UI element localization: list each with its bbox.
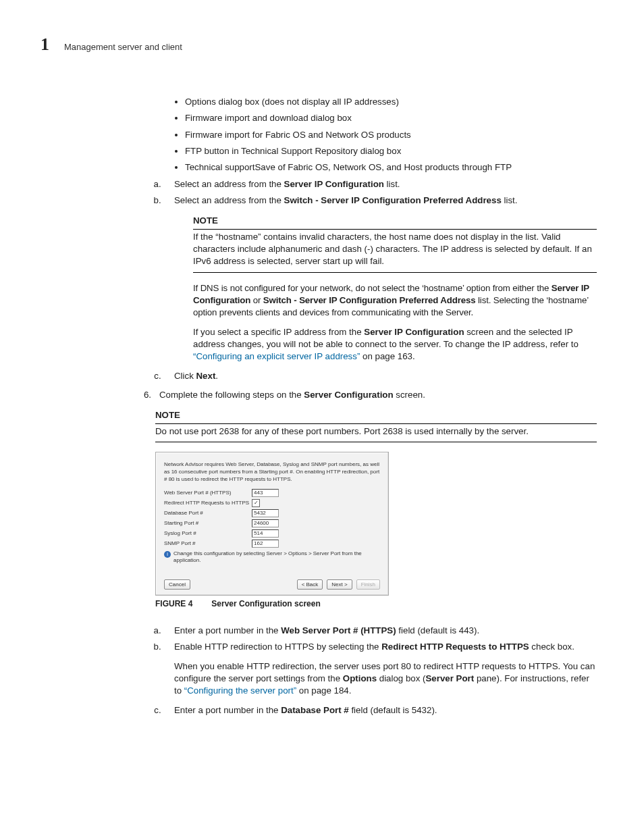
step-c-post: . <box>215 371 218 381</box>
note-rule <box>193 272 597 273</box>
mock-row-redirect: Redirect HTTP Requests to HTTPS ✓ <box>164 499 380 507</box>
step6-bold: Server Configuration <box>304 390 393 400</box>
bullet-item: FTP button in Technical Support Reposito… <box>185 145 597 157</box>
figure-title: Server Configuration screen <box>211 599 320 608</box>
dns-pre: If DNS is not configured for your networ… <box>193 283 552 293</box>
mock-row-snmp: SNMP Port # 162 <box>164 540 380 548</box>
step6-pre: Complete the following steps on the <box>159 390 304 400</box>
mock-input-db[interactable]: 5432 <box>252 509 279 517</box>
mock-input-start[interactable]: 24600 <box>252 519 279 527</box>
step-b-sub: NOTE If the “hostname” contains invalid … <box>193 215 597 363</box>
mock-intro: Network Advisor requires Web Server, Dat… <box>164 461 380 484</box>
mock-label-start: Starting Port # <box>164 519 252 527</box>
letter-steps-lower: Enter a port number in the Web Server Po… <box>155 625 597 716</box>
note-block-2: NOTE Do not use port 2638 for any of the… <box>155 409 597 442</box>
page-header: 1 Management server and client <box>41 32 603 57</box>
chapter-number: 1 <box>41 32 49 57</box>
lower-step-c: Enter a port number in the Database Port… <box>166 704 597 716</box>
step6-post: screen. <box>394 390 425 400</box>
mock-footer: Cancel < Back Next > Finish <box>164 579 380 590</box>
cancel-button[interactable]: Cancel <box>164 579 190 590</box>
info-icon: i <box>164 551 171 558</box>
step-6-row: 6. Complete the following steps on the S… <box>139 389 597 401</box>
lower-b-para: When you enable HTTP redirection, the se… <box>174 660 597 698</box>
mock-row-db: Database Port # 5432 <box>164 509 380 517</box>
specific-ip-para: If you select a specific IP address from… <box>193 326 597 363</box>
mock-checkbox-redirect[interactable]: ✓ <box>252 499 260 507</box>
bullet-list: Options dialog box (does not display all… <box>155 96 597 174</box>
la-bold: Web Server Port # (HTTPS) <box>281 625 396 635</box>
step-b-pre: Select an address from the <box>174 195 284 205</box>
dns-para: If DNS is not configured for your networ… <box>193 282 597 319</box>
mock-row-syslog: Syslog Port # 514 <box>164 529 380 538</box>
step-a-bold: Server IP Configuration <box>284 179 384 189</box>
lbp-link[interactable]: “Configuring the server port” <box>184 685 296 696</box>
lc-post: field (default is 5432). <box>349 705 437 715</box>
mock-input-syslog[interactable]: 514 <box>252 529 279 538</box>
lb-pre: Enable HTTP redirection to HTTPS by sele… <box>174 642 381 652</box>
mock-row-start: Starting Port # 24600 <box>164 519 380 527</box>
la-pre: Enter a port number in the <box>174 625 281 635</box>
mock-label-db: Database Port # <box>164 509 252 517</box>
lbp-p4: on page 184. <box>296 685 351 696</box>
sip-link[interactable]: “Configuring an explicit server IP addre… <box>193 351 360 361</box>
server-config-screenshot: Network Advisor requires Web Server, Dat… <box>155 452 389 596</box>
mock-foot-right: < Back Next > Finish <box>297 579 380 590</box>
bullet-item: Firmware import for Fabric OS and Networ… <box>185 129 597 141</box>
step-a-pre: Select an address from the <box>174 179 284 189</box>
step-b-post: list. <box>502 195 518 205</box>
la-post: field (default is 443). <box>396 625 479 635</box>
bullet-item: Firmware import and download dialog box <box>185 112 597 124</box>
note-block-1: NOTE If the “hostname” contains invalid … <box>193 215 597 272</box>
letter-steps-upper: Select an address from the Server IP Con… <box>155 178 597 382</box>
lbp-bold2: Server Port <box>426 673 475 683</box>
dns-bold2: Switch - Server IP Configuration Preferr… <box>263 295 476 305</box>
sip-post: on page 163. <box>360 351 414 361</box>
finish-button[interactable]: Finish <box>356 579 380 590</box>
figure-caption: FIGURE 4Server Configuration screen <box>155 598 597 610</box>
mock-info-text: Change this configuration by selecting S… <box>173 550 380 565</box>
chapter-title: Management server and client <box>64 41 182 53</box>
mock-label-redirect: Redirect HTTP Requests to HTTPS <box>164 499 252 506</box>
mock-input-snmp[interactable]: 162 <box>252 540 279 548</box>
lb-post: check box. <box>529 642 574 652</box>
step-c: Click Next. <box>166 370 597 382</box>
lower-step-b: Enable HTTP redirection to HTTPS by sele… <box>166 641 597 697</box>
next-button[interactable]: Next > <box>327 579 352 590</box>
step-c-pre: Click <box>174 371 196 381</box>
lower-step-a: Enter a port number in the Web Server Po… <box>166 625 597 637</box>
dns-mid: or <box>250 295 263 305</box>
mock-row-webport: Web Server Port # (HTTPS) 443 <box>164 489 380 497</box>
bullet-item: Options dialog box (does not display all… <box>185 96 597 108</box>
lb-bold: Redirect HTTP Requests to HTTPS <box>381 642 529 652</box>
note-rule <box>155 442 597 442</box>
note-head: NOTE <box>155 409 597 423</box>
lc-pre: Enter a port number in the <box>174 705 281 715</box>
sip-bold: Server IP Configuration <box>364 327 464 337</box>
lbp-p2: dialog box ( <box>377 673 425 683</box>
step-c-bold: Next <box>196 371 216 381</box>
step-6-text: Complete the following steps on the Serv… <box>159 389 425 401</box>
page-content: Options dialog box (does not display all… <box>155 96 597 716</box>
note-body: Do not use port 2638 for any of these po… <box>155 425 597 438</box>
sip-pre: If you select a specific IP address from… <box>193 327 364 337</box>
back-button[interactable]: < Back <box>297 579 323 590</box>
bullet-item: Technical supportSave of Fabric OS, Netw… <box>185 161 597 174</box>
note-head: NOTE <box>193 215 597 229</box>
step-a-post: list. <box>384 179 400 189</box>
mock-label-webport: Web Server Port # (HTTPS) <box>164 489 252 496</box>
mock-input-webport[interactable]: 443 <box>252 489 279 497</box>
step-b: Select an address from the Switch - Serv… <box>166 194 597 363</box>
figure-label: FIGURE 4 <box>155 599 192 608</box>
lc-bold: Database Port # <box>281 705 349 715</box>
mock-label-syslog: Syslog Port # <box>164 529 252 537</box>
mock-label-snmp: SNMP Port # <box>164 540 252 547</box>
note-body: If the “hostname” contains invalid chara… <box>193 231 597 268</box>
step-b-bold: Switch - Server IP Configuration Preferr… <box>284 195 502 205</box>
lbp-bold1: Options <box>343 673 377 683</box>
mock-info-row: i Change this configuration by selecting… <box>164 550 380 565</box>
step-6-marker: 6. <box>139 389 151 401</box>
step-a: Select an address from the Server IP Con… <box>166 178 597 190</box>
